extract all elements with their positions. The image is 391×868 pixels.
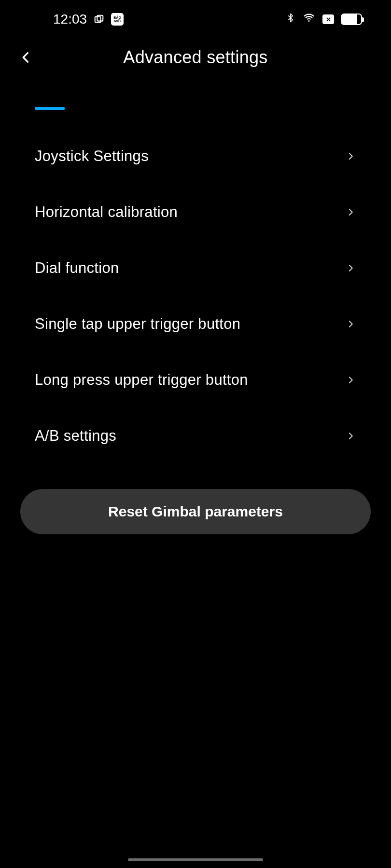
chevron-right-icon: [345, 150, 356, 162]
menu-item-label: Dial function: [35, 259, 119, 277]
chevron-right-icon: [345, 374, 356, 386]
status-left: 12:03 BÁOMỚI: [53, 12, 124, 27]
menu-item-label: Horizontal calibration: [35, 203, 178, 221]
bluetooth-icon: [286, 12, 295, 27]
page-title: Advanced settings: [19, 47, 372, 68]
chevron-right-icon: [345, 262, 356, 274]
menu-item-ab-settings[interactable]: A/B settings: [0, 408, 391, 464]
status-right: ✕: [286, 12, 362, 27]
menu-item-label: Single tap upper trigger button: [35, 315, 240, 333]
menu-item-label: A/B settings: [35, 427, 116, 445]
menu-item-long-press-upper-trigger[interactable]: Long press upper trigger button: [0, 352, 391, 408]
menu-item-horizontal-calibration[interactable]: Horizontal calibration: [0, 184, 391, 240]
status-time: 12:03: [53, 12, 87, 27]
header: Advanced settings: [0, 34, 391, 79]
menu-item-label: Joystick Settings: [35, 148, 149, 165]
chevron-right-icon: [345, 430, 356, 442]
home-indicator[interactable]: [128, 858, 263, 861]
back-button[interactable]: [16, 48, 36, 67]
close-badge-icon: ✕: [322, 14, 334, 24]
menu-item-single-tap-upper-trigger[interactable]: Single tap upper trigger button: [0, 296, 391, 352]
chevron-right-icon: [345, 318, 356, 330]
chevron-right-icon: [345, 206, 356, 218]
wifi-icon: [302, 12, 316, 27]
menu-item-label: Long press upper trigger button: [35, 371, 248, 389]
menu-list: Joystick Settings Horizontal calibration…: [0, 128, 391, 464]
menu-item-joystick-settings[interactable]: Joystick Settings: [0, 128, 391, 184]
app-badge-icon: BÁOMỚI: [111, 13, 124, 26]
status-bar: 12:03 BÁOMỚI ✕: [0, 0, 391, 34]
reset-gimbal-button[interactable]: Reset Gimbal parameters: [20, 489, 371, 534]
chevron-left-icon: [19, 48, 33, 67]
app-switch-icon: [93, 13, 105, 26]
reset-section: Reset Gimbal parameters: [0, 464, 391, 534]
menu-item-dial-function[interactable]: Dial function: [0, 240, 391, 296]
battery-icon: [341, 14, 362, 25]
tab-indicator: [35, 107, 65, 110]
